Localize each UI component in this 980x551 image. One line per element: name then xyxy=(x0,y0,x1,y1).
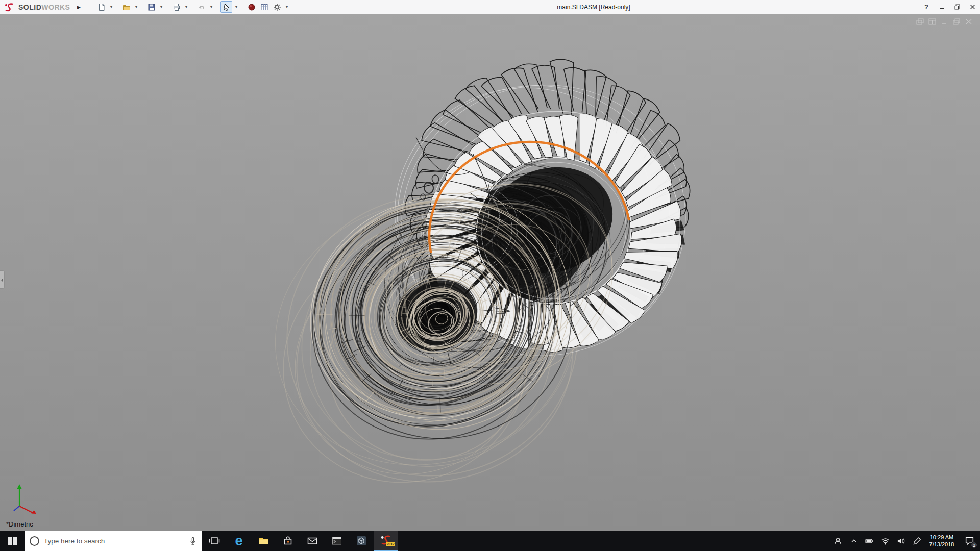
taskbar-clock[interactable]: 10:29 AM 7/13/2018 xyxy=(925,531,959,551)
gear-icon xyxy=(273,3,281,11)
mail-envelope-icon xyxy=(306,535,318,547)
taskbar-file-explorer-button[interactable] xyxy=(251,531,276,551)
cube-app-icon xyxy=(355,535,368,547)
red-sphere-icon xyxy=(248,3,256,11)
document-window-controls xyxy=(916,18,973,25)
terminal-window-icon xyxy=(331,535,343,547)
microphone-icon[interactable] xyxy=(189,537,197,545)
solidworks-logo: SOLIDWORKS xyxy=(0,3,70,12)
pen-icon xyxy=(913,537,921,545)
task-view-icon xyxy=(208,535,220,547)
chevron-up-icon xyxy=(850,537,857,544)
close-button[interactable] xyxy=(965,0,980,14)
action-center-button[interactable]: 2 xyxy=(959,531,980,551)
taskbar-solidworks-button[interactable]: 2017 xyxy=(374,531,398,551)
close-icon xyxy=(970,4,975,10)
standard-toolbar: ▾ ▾ ▾ ▾ xyxy=(95,1,289,13)
battery-status-button[interactable] xyxy=(862,531,877,551)
doc-restore-icon[interactable] xyxy=(953,18,961,25)
new-document-button[interactable] xyxy=(95,1,107,13)
solidworks-ds-icon xyxy=(4,3,16,12)
appearance-sphere-button[interactable] xyxy=(246,1,257,13)
save-button[interactable] xyxy=(145,1,157,13)
doc-minimize-icon[interactable] xyxy=(941,18,948,25)
wifi-icon xyxy=(881,537,890,545)
select-cursor-icon xyxy=(223,3,231,11)
taskbar-terminal-button[interactable] xyxy=(325,531,349,551)
system-tray: 10:29 AM 7/13/2018 2 xyxy=(830,531,980,551)
feature-panel-collapse-tab[interactable] xyxy=(0,270,5,289)
notification-badge: 2 xyxy=(971,542,977,548)
menu-flyout-arrow[interactable]: ▶ xyxy=(75,5,82,10)
new-document-icon xyxy=(97,3,106,11)
help-button[interactable]: ? xyxy=(919,0,934,14)
windows-ink-button[interactable] xyxy=(909,531,925,551)
properties-table-button[interactable] xyxy=(258,1,270,13)
tray-overflow-button[interactable] xyxy=(846,531,862,551)
taskbar-mail-button[interactable] xyxy=(300,531,325,551)
minimize-button[interactable] xyxy=(934,0,949,14)
store-bag-icon xyxy=(282,535,294,547)
people-icon xyxy=(834,537,842,545)
print-button[interactable] xyxy=(170,1,182,13)
view-orientation-label: *Dimetric xyxy=(6,520,33,528)
taskbar-3d-app-button[interactable] xyxy=(349,531,374,551)
triad-x-axis xyxy=(19,506,33,513)
restore-icon xyxy=(954,4,960,10)
print-dropdown[interactable]: ▾ xyxy=(183,5,189,9)
new-document-dropdown[interactable]: ▾ xyxy=(108,5,114,9)
undo-dropdown[interactable]: ▾ xyxy=(208,5,214,9)
table-grid-icon xyxy=(260,3,268,11)
brand-solid-text: SOLID xyxy=(18,3,41,11)
orientation-triad xyxy=(7,480,48,520)
search-input[interactable] xyxy=(44,537,184,545)
taskbar-edge-button[interactable]: e xyxy=(227,531,251,551)
engine-assembly-wireframe[interactable] xyxy=(0,14,980,531)
titlebar: SOLIDWORKS ▶ ▾ ▾ ▾ xyxy=(0,0,980,14)
triad-z-axis xyxy=(14,506,19,511)
battery-icon xyxy=(865,537,874,545)
windows-logo-icon xyxy=(8,537,17,545)
doc-cascade-icon[interactable] xyxy=(916,18,924,25)
minimize-icon xyxy=(939,4,945,10)
speaker-icon xyxy=(897,537,905,545)
edge-icon: e xyxy=(235,534,242,548)
select-tool-dropdown[interactable]: ▾ xyxy=(233,5,239,9)
solidworks-year-badge: 2017 xyxy=(386,542,395,546)
start-button[interactable] xyxy=(0,531,24,551)
clock-time: 10:29 AM xyxy=(930,534,953,541)
print-icon xyxy=(173,3,181,11)
undo-icon xyxy=(198,3,206,11)
restore-button[interactable] xyxy=(949,0,965,14)
open-dropdown[interactable]: ▾ xyxy=(133,5,139,9)
task-view-button[interactable] xyxy=(202,531,227,551)
select-tool-button[interactable] xyxy=(220,1,232,13)
doc-tile-icon[interactable] xyxy=(928,18,936,25)
taskbar-search[interactable] xyxy=(24,531,202,551)
network-status-button[interactable] xyxy=(877,531,893,551)
volume-button[interactable] xyxy=(893,531,909,551)
window-controls: ? xyxy=(919,0,980,14)
taskbar: e xyxy=(0,531,980,551)
taskbar-store-button[interactable] xyxy=(276,531,300,551)
options-button[interactable] xyxy=(271,1,283,13)
file-explorer-icon xyxy=(257,535,270,547)
save-dropdown[interactable]: ▾ xyxy=(158,5,164,9)
people-button[interactable] xyxy=(830,531,846,551)
clock-date: 7/13/2018 xyxy=(929,541,954,548)
open-folder-icon xyxy=(122,3,131,11)
options-dropdown[interactable]: ▾ xyxy=(284,5,289,9)
graphics-area[interactable]: *Dimetric xyxy=(0,14,980,531)
undo-button[interactable] xyxy=(195,1,207,13)
doc-close-icon[interactable] xyxy=(965,18,973,25)
open-button[interactable] xyxy=(120,1,132,13)
cortana-icon xyxy=(30,536,39,546)
document-title: main.SLDASM [Read-only] xyxy=(557,4,630,11)
brand-works-text: WORKS xyxy=(41,3,70,11)
save-floppy-icon xyxy=(148,3,156,11)
